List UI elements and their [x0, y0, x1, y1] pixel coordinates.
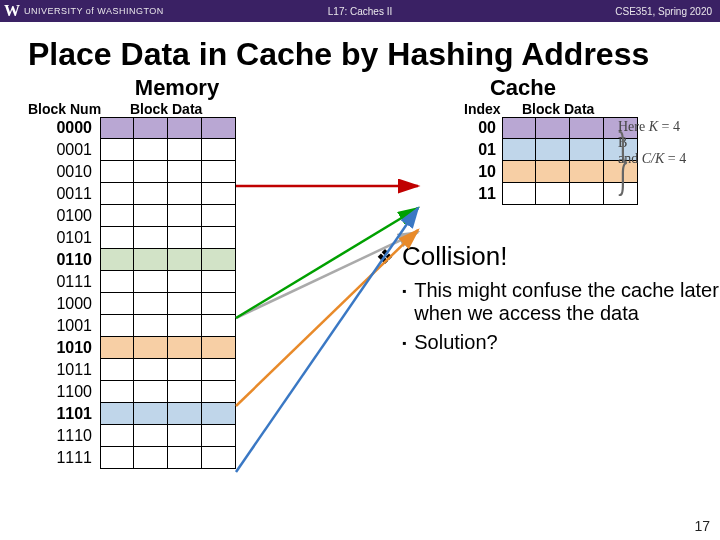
- memory-block-data: [100, 425, 236, 447]
- memory-row: 1000: [28, 293, 260, 315]
- data-cell: [100, 161, 134, 183]
- sub-bullet-1-text: This might confuse the cache later when …: [414, 279, 720, 325]
- data-cell: [100, 183, 134, 205]
- data-cell: [168, 359, 202, 381]
- data-cell: [168, 403, 202, 425]
- tables: Block Num Block Data 0000000100100011010…: [28, 101, 692, 469]
- data-cell: [168, 161, 202, 183]
- uw-logo: W UNIVERSITY of WASHINGTON: [0, 2, 164, 20]
- memory-block-num: 0011: [28, 185, 100, 203]
- data-cell: [168, 315, 202, 337]
- memory-block-data: [100, 205, 236, 227]
- memory-block-num: 0111: [28, 273, 100, 291]
- data-cell: [100, 447, 134, 469]
- data-cell: [202, 227, 236, 249]
- memory-row: 0110: [28, 249, 260, 271]
- data-cell: [570, 183, 604, 205]
- data-cell: [134, 425, 168, 447]
- data-cell: [202, 183, 236, 205]
- data-cell: [202, 315, 236, 337]
- memory-block-num: 0000: [28, 119, 100, 137]
- data-cell: [100, 139, 134, 161]
- data-cell: [168, 381, 202, 403]
- data-cell: [134, 117, 168, 139]
- memory-row: 1100: [28, 381, 260, 403]
- data-cell: [202, 161, 236, 183]
- memory-block-data: [100, 139, 236, 161]
- slide-title: Place Data in Cache by Hashing Address: [0, 22, 720, 75]
- data-cell: [168, 271, 202, 293]
- data-cell: [100, 359, 134, 381]
- data-cell: [536, 139, 570, 161]
- memory-block-data: [100, 381, 236, 403]
- data-cell: [134, 271, 168, 293]
- memory-rows: 0000000100100011010001010110011110001001…: [28, 117, 260, 469]
- memory-row: 1011: [28, 359, 260, 381]
- content: Memory Cache Block Num Block Data 000000…: [0, 75, 720, 469]
- data-cell: [100, 271, 134, 293]
- data-cell: [536, 161, 570, 183]
- cache-index: 11: [464, 185, 502, 203]
- memory-row: 1010: [28, 337, 260, 359]
- data-cell: [100, 337, 134, 359]
- memory-header: Memory: [68, 75, 286, 101]
- topbar: W UNIVERSITY of WASHINGTON L17: Caches I…: [0, 0, 720, 22]
- data-cell: [100, 381, 134, 403]
- data-cell: [134, 183, 168, 205]
- memory-block-num: 0001: [28, 141, 100, 159]
- data-cell: [536, 183, 570, 205]
- memory-block-num: 0010: [28, 163, 100, 181]
- memory-block-num: 0110: [28, 251, 100, 269]
- data-cell: [202, 403, 236, 425]
- data-cell: [570, 117, 604, 139]
- memory-block-data: [100, 337, 236, 359]
- data-cell: [202, 447, 236, 469]
- memory-block-num: 1100: [28, 383, 100, 401]
- data-cell: [202, 139, 236, 161]
- data-cell: [202, 271, 236, 293]
- sub-bullet-mark-icon: ▪: [402, 331, 406, 355]
- sub-bullet-2: ▪ Solution?: [402, 331, 720, 355]
- memory-row: 0001: [28, 139, 260, 161]
- memory-block-data: [100, 161, 236, 183]
- memory-row: 0101: [28, 227, 260, 249]
- memory-block-num: 1011: [28, 361, 100, 379]
- memory-block-data: [100, 249, 236, 271]
- lecture-title: L17: Caches II: [328, 6, 392, 17]
- data-cell: [134, 205, 168, 227]
- data-cell: [502, 117, 536, 139]
- memory-block-data: [100, 359, 236, 381]
- memory-block-data: [100, 271, 236, 293]
- memory-block-num: 0100: [28, 207, 100, 225]
- sub-bullet-mark-icon: ▪: [402, 279, 406, 325]
- memory-table: Block Num Block Data 0000000100100011010…: [28, 101, 260, 469]
- data-cell: [134, 337, 168, 359]
- data-cell: [168, 117, 202, 139]
- data-cell: [100, 227, 134, 249]
- cache-index: 01: [464, 141, 502, 159]
- data-cell: [134, 315, 168, 337]
- data-cell: [100, 249, 134, 271]
- cache-header: Cache: [448, 75, 598, 101]
- data-cell: [134, 249, 168, 271]
- data-cell: [100, 293, 134, 315]
- uw-text: UNIVERSITY of WASHINGTON: [24, 6, 164, 16]
- course-title: CSE351, Spring 2020: [615, 6, 720, 17]
- data-cell: [168, 337, 202, 359]
- column-headers: Memory Cache: [28, 75, 692, 101]
- data-cell: [202, 337, 236, 359]
- data-cell: [168, 183, 202, 205]
- memory-block-data: [100, 293, 236, 315]
- memory-row: 0010: [28, 161, 260, 183]
- memory-block-num: 1111: [28, 449, 100, 467]
- data-cell: [100, 403, 134, 425]
- memory-subheaders: Block Num Block Data: [28, 101, 260, 117]
- data-cell: [168, 227, 202, 249]
- data-cell: [202, 117, 236, 139]
- memory-block-num: 1001: [28, 317, 100, 335]
- memory-block-data: [100, 117, 236, 139]
- data-cell: [134, 227, 168, 249]
- data-cell: [202, 425, 236, 447]
- data-cell: [202, 359, 236, 381]
- cache-subheaders: Index Block Data: [464, 101, 658, 117]
